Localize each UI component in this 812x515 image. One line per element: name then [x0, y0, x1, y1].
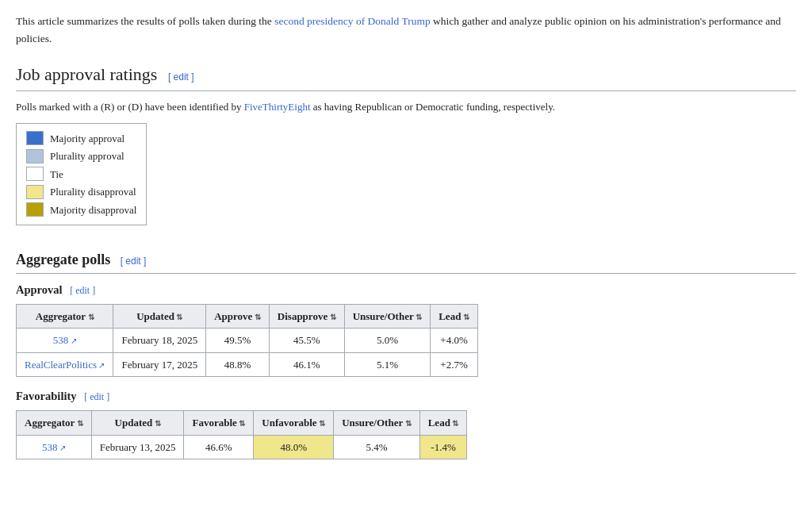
tie-swatch [26, 167, 44, 181]
tie-label: Tie [50, 167, 63, 183]
link-rcp[interactable]: RealClearPolitics [25, 359, 105, 371]
intro-text-before-link: This article summarizes the results of p… [16, 15, 274, 27]
fav-cell-unsure-538: 5.4% [334, 435, 420, 459]
approval-table-header-row: Aggregator Updated Approve Disapprove Un… [17, 304, 478, 329]
cell-lead-538: +4.0% [431, 329, 478, 353]
legend-box: Majority approval Plurality approval Tie… [16, 123, 147, 226]
fav-col-unsure[interactable]: Unsure/Other [334, 411, 420, 436]
link-538[interactable]: 538 [53, 334, 77, 346]
job-approval-heading: Job approval ratings [ edit ] [16, 61, 796, 91]
col-lead[interactable]: Lead [431, 304, 478, 329]
table-row: RealClearPolitics February 17, 2025 48.8… [17, 352, 478, 377]
fav-link-538[interactable]: 538 [42, 441, 66, 453]
legend-item-plurality-disapproval: Plurality disapproval [26, 184, 136, 200]
table-row: 538 February 18, 2025 49.5% 45.5% 5.0% +… [17, 329, 478, 353]
aggregate-polls-heading: Aggregate polls [ edit ] [16, 249, 796, 274]
fav-col-lead[interactable]: Lead [419, 411, 467, 436]
aggregate-polls-edit-link[interactable]: [ edit ] [121, 256, 147, 267]
majority-disapproval-swatch [26, 202, 44, 217]
cell-disapprove-538: 45.5% [269, 329, 344, 353]
fav-cell-aggregator-538: 538 [17, 435, 92, 459]
cell-updated-538: February 18, 2025 [113, 329, 206, 353]
plurality-disapproval-swatch [26, 185, 44, 199]
polls-note: Polls marked with a (R) or (D) have been… [16, 99, 796, 115]
fav-col-updated[interactable]: Updated [91, 411, 184, 436]
legend-item-majority-approval: Majority approval [26, 131, 136, 147]
cell-unsure-rcp: 5.1% [344, 352, 431, 377]
plurality-approval-label: Plurality approval [50, 148, 124, 164]
majority-disapproval-label: Majority disapproval [50, 202, 136, 218]
favorability-heading: Favorability [ edit ] [16, 388, 796, 405]
job-approval-edit-link[interactable]: [ edit ] [168, 71, 194, 83]
approval-heading: Approval [ edit ] [16, 282, 796, 299]
favorability-edit-link[interactable]: [ edit ] [84, 391, 109, 402]
plurality-approval-swatch [26, 149, 44, 163]
cell-updated-rcp: February 17, 2025 [113, 352, 206, 377]
favorability-table: Aggregator Updated Favorable Unfavorable… [16, 410, 467, 459]
table-row: 538 February 13, 2025 46.6% 48.0% 5.4% -… [17, 435, 467, 459]
legend-item-tie: Tie [26, 167, 136, 183]
col-updated[interactable]: Updated [113, 304, 206, 329]
col-unsure[interactable]: Unsure/Other [344, 304, 431, 329]
approval-table: Aggregator Updated Approve Disapprove Un… [16, 304, 478, 378]
approval-edit-link[interactable]: [ edit ] [70, 285, 95, 296]
cell-approve-538: 49.5% [206, 329, 270, 353]
col-disapprove[interactable]: Disapprove [269, 304, 344, 329]
cell-unsure-538: 5.0% [344, 329, 431, 353]
col-approve[interactable]: Approve [206, 304, 270, 329]
plurality-disapproval-label: Plurality disapproval [50, 184, 136, 200]
fav-cell-updated-538: February 13, 2025 [91, 435, 184, 459]
cell-aggregator-rcp: RealClearPolitics [17, 352, 113, 377]
legend-item-majority-disapproval: Majority disapproval [26, 202, 136, 218]
fav-col-favorable[interactable]: Favorable [184, 411, 254, 436]
fav-cell-lead-538: -1.4% [419, 435, 467, 459]
col-aggregator[interactable]: Aggregator [17, 304, 113, 329]
favorability-table-header-row: Aggregator Updated Favorable Unfavorable… [17, 411, 467, 436]
fav-cell-favorable-538: 46.6% [184, 435, 254, 459]
cell-aggregator-538: 538 [17, 329, 113, 353]
fav-cell-unfavorable-538: 48.0% [254, 435, 334, 459]
fivethirtyeight-link[interactable]: FiveThirtyEight [244, 101, 311, 113]
cell-disapprove-rcp: 46.1% [269, 352, 344, 377]
intro-paragraph: This article summarizes the results of p… [16, 13, 796, 47]
fav-col-aggregator[interactable]: Aggregator [17, 411, 92, 436]
majority-approval-label: Majority approval [50, 131, 124, 147]
legend-item-plurality-approval: Plurality approval [26, 148, 136, 164]
trump-presidency-link[interactable]: second presidency of Donald Trump [274, 15, 430, 27]
majority-approval-swatch [26, 131, 44, 145]
fav-col-unfavorable[interactable]: Unfavorable [254, 411, 334, 436]
cell-lead-rcp: +2.7% [431, 352, 478, 377]
cell-approve-rcp: 48.8% [206, 352, 270, 377]
